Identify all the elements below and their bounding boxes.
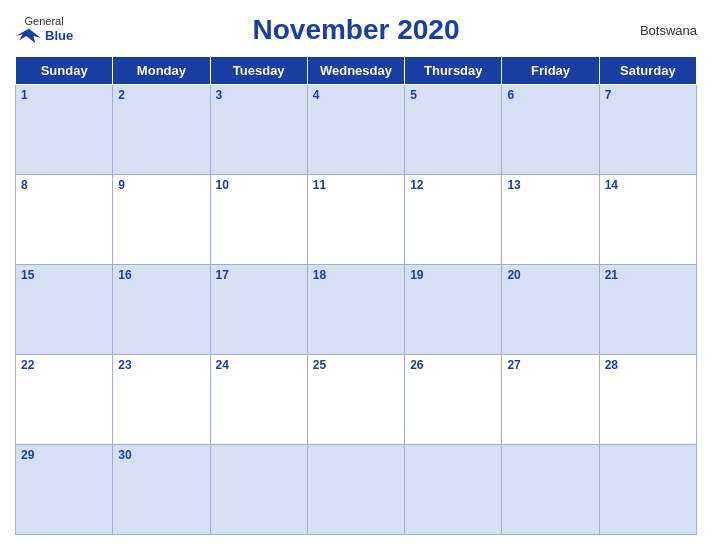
calendar-day-cell: 30 <box>113 445 210 535</box>
calendar-day-cell: 21 <box>599 265 696 355</box>
day-number: 3 <box>216 88 223 102</box>
day-number: 29 <box>21 448 34 462</box>
calendar-day-cell: 2 <box>113 85 210 175</box>
calendar-day-cell: 7 <box>599 85 696 175</box>
calendar-day-cell: 15 <box>16 265 113 355</box>
calendar-day-cell: 3 <box>210 85 307 175</box>
weekday-header-saturday: Saturday <box>599 57 696 85</box>
calendar-day-cell <box>502 445 599 535</box>
day-number: 11 <box>313 178 326 192</box>
weekday-header-thursday: Thursday <box>405 57 502 85</box>
calendar-day-cell: 1 <box>16 85 113 175</box>
day-number: 19 <box>410 268 423 282</box>
day-number: 10 <box>216 178 229 192</box>
calendar-day-cell <box>599 445 696 535</box>
day-number: 7 <box>605 88 612 102</box>
calendar-day-cell: 11 <box>307 175 404 265</box>
day-number: 1 <box>21 88 28 102</box>
calendar-day-cell: 23 <box>113 355 210 445</box>
calendar-day-cell: 13 <box>502 175 599 265</box>
day-number: 24 <box>216 358 229 372</box>
calendar-header: General Blue November 2020 Botswana <box>15 10 697 50</box>
day-number: 12 <box>410 178 423 192</box>
calendar-day-cell <box>405 445 502 535</box>
day-number: 14 <box>605 178 618 192</box>
day-number: 2 <box>118 88 125 102</box>
calendar-table: SundayMondayTuesdayWednesdayThursdayFrid… <box>15 56 697 535</box>
logo-blue-text: Blue <box>45 29 73 42</box>
weekday-header-sunday: Sunday <box>16 57 113 85</box>
day-number: 30 <box>118 448 131 462</box>
day-number: 26 <box>410 358 423 372</box>
calendar-day-cell: 4 <box>307 85 404 175</box>
calendar-day-cell: 8 <box>16 175 113 265</box>
day-number: 21 <box>605 268 618 282</box>
weekday-header-tuesday: Tuesday <box>210 57 307 85</box>
day-number: 9 <box>118 178 125 192</box>
country-label: Botswana <box>640 23 697 38</box>
calendar-day-cell: 17 <box>210 265 307 355</box>
day-number: 8 <box>21 178 28 192</box>
month-title: November 2020 <box>252 14 459 46</box>
calendar-week-row: 1234567 <box>16 85 697 175</box>
svg-marker-0 <box>16 28 41 42</box>
calendar-day-cell: 6 <box>502 85 599 175</box>
day-number: 22 <box>21 358 34 372</box>
day-number: 18 <box>313 268 326 282</box>
day-number: 27 <box>507 358 520 372</box>
logo-general-text: General <box>25 16 64 27</box>
calendar-day-cell: 5 <box>405 85 502 175</box>
day-number: 28 <box>605 358 618 372</box>
day-number: 23 <box>118 358 131 372</box>
calendar-day-cell: 9 <box>113 175 210 265</box>
calendar-week-row: 891011121314 <box>16 175 697 265</box>
calendar-day-cell <box>307 445 404 535</box>
calendar-day-cell: 24 <box>210 355 307 445</box>
weekday-header-wednesday: Wednesday <box>307 57 404 85</box>
day-number: 17 <box>216 268 229 282</box>
calendar-week-row: 2930 <box>16 445 697 535</box>
day-number: 25 <box>313 358 326 372</box>
weekday-header-row: SundayMondayTuesdayWednesdayThursdayFrid… <box>16 57 697 85</box>
logo: General Blue <box>15 16 73 45</box>
calendar-day-cell: 22 <box>16 355 113 445</box>
calendar-day-cell: 12 <box>405 175 502 265</box>
weekday-header-monday: Monday <box>113 57 210 85</box>
calendar-day-cell: 29 <box>16 445 113 535</box>
calendar-day-cell: 19 <box>405 265 502 355</box>
calendar-day-cell: 28 <box>599 355 696 445</box>
day-number: 6 <box>507 88 514 102</box>
day-number: 15 <box>21 268 34 282</box>
day-number: 4 <box>313 88 320 102</box>
calendar-day-cell: 16 <box>113 265 210 355</box>
calendar-week-row: 15161718192021 <box>16 265 697 355</box>
day-number: 5 <box>410 88 417 102</box>
weekday-header-friday: Friday <box>502 57 599 85</box>
calendar-day-cell: 26 <box>405 355 502 445</box>
calendar-day-cell: 27 <box>502 355 599 445</box>
calendar-day-cell: 18 <box>307 265 404 355</box>
calendar-week-row: 22232425262728 <box>16 355 697 445</box>
calendar-day-cell: 10 <box>210 175 307 265</box>
day-number: 13 <box>507 178 520 192</box>
calendar-day-cell <box>210 445 307 535</box>
logo-bird-icon <box>15 27 43 45</box>
day-number: 20 <box>507 268 520 282</box>
calendar-day-cell: 14 <box>599 175 696 265</box>
day-number: 16 <box>118 268 131 282</box>
calendar-day-cell: 25 <box>307 355 404 445</box>
calendar-day-cell: 20 <box>502 265 599 355</box>
